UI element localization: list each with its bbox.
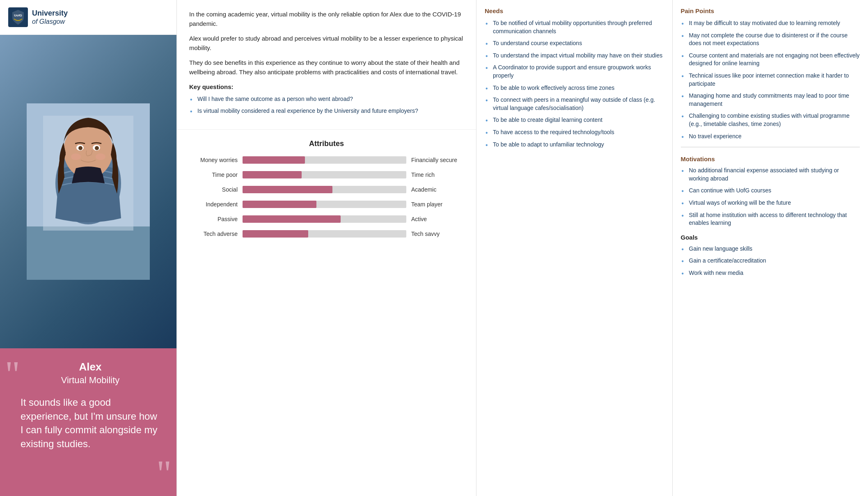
needs-list: To be notified of virtual mobility oppor… [485, 19, 664, 149]
list-item: Virtual ways of working will be the futu… [681, 199, 860, 207]
motivations-title: Motivations [681, 155, 860, 162]
key-questions-title: Key questions: [189, 82, 464, 92]
svg-text:UofG: UofG [14, 14, 22, 17]
list-item: To be able to create digital learning co… [485, 116, 664, 124]
attr-left-label: Tech adverse [189, 231, 243, 237]
attribute-row: Tech adverseTech savvy [189, 230, 464, 238]
university-label: University [32, 9, 68, 18]
goals-title: Goals [681, 234, 860, 241]
svg-point-12 [71, 153, 81, 160]
university-shield-icon: UofG [8, 7, 28, 27]
persona-photo [0, 35, 176, 348]
motivations-goals: Motivations No additional financial expe… [681, 155, 860, 277]
list-item: Gain new language skills [681, 245, 860, 253]
list-item: Still at home institution with access to… [681, 211, 860, 227]
attr-bar-container [243, 171, 406, 178]
list-item: To be notified of virtual mobility oppor… [485, 19, 664, 35]
middle-panel: In the coming academic year, virtual mob… [176, 0, 476, 496]
attr-bar-container [243, 186, 406, 193]
quote-panel: " Alex Virtual Mobility It sounds like a… [0, 348, 176, 496]
attr-right-label: Time rich [406, 171, 464, 178]
attr-left-label: Independent [189, 201, 243, 208]
list-item: To have access to the required technolog… [485, 128, 664, 137]
attr-right-label: Academic [406, 186, 464, 193]
attr-right-label: Team player [406, 201, 464, 208]
list-item: To connect with peers in a meaningful wa… [485, 96, 664, 112]
logo-text: University of Glasgow [32, 9, 68, 26]
attr-bar-container [243, 201, 406, 208]
list-item: Course content and materials are not eng… [681, 52, 860, 68]
list-item: To be able to work effectively across ti… [485, 84, 664, 92]
list-item: Will I have the same outcome as a person… [189, 95, 464, 103]
attr-right-label: Financially secure [406, 157, 464, 163]
pain-points-title: Pain Points [681, 7, 860, 14]
list-item: To be able to adapt to unfamiliar techno… [485, 141, 664, 149]
needs-column: Needs To be notified of virtual mobility… [476, 0, 673, 496]
key-questions: Key questions: Will I have the same outc… [189, 82, 464, 115]
svg-rect-3 [27, 226, 150, 280]
attribute-row: IndependentTeam player [189, 201, 464, 208]
list-item: Gain a certificate/accreditation [681, 257, 860, 265]
description-area: In the coming academic year, virtual mob… [177, 0, 476, 130]
list-item: Technical issues like poor internet conn… [681, 72, 860, 88]
logo-bar: UofG University of Glasgow [0, 0, 176, 35]
list-item: May not complete the course due to disin… [681, 32, 860, 48]
attr-bar-fill [243, 230, 308, 238]
attr-left-label: Social [189, 186, 243, 193]
attr-bar-fill [243, 156, 305, 164]
attr-left-label: Passive [189, 216, 243, 222]
right-panel: Needs To be notified of virtual mobility… [476, 0, 868, 496]
attribute-row: Time poorTime rich [189, 171, 464, 178]
list-item: No travel experience [681, 133, 860, 141]
list-item: It may be difficult to stay motivated du… [681, 19, 860, 27]
quote-text: It sounds like a good experience, but I'… [21, 395, 160, 450]
list-item: Challenging to combine existing studies … [681, 112, 860, 128]
description-para3: They do see benefits in this experience … [189, 58, 464, 77]
attributes-rows: Money worriesFinancially secureTime poor… [189, 156, 464, 238]
persona-type: Virtual Mobility [21, 375, 160, 386]
list-item: No additional financial expense associat… [681, 167, 860, 183]
glasgow-label: of Glasgow [32, 18, 68, 25]
attr-bar-fill [243, 215, 341, 223]
list-item: Work with new media [681, 269, 860, 277]
photo-placeholder [0, 35, 176, 348]
open-quote-icon: " [5, 360, 20, 389]
svg-point-11 [95, 146, 99, 150]
attr-left-label: Money worries [189, 157, 243, 163]
list-item: To understand the impact virtual mobilit… [485, 52, 664, 60]
motivations-list: No additional financial expense associat… [681, 167, 860, 227]
attr-bar-container [243, 215, 406, 223]
pain-points-list: It may be difficult to stay motivated du… [681, 19, 860, 140]
attribute-row: PassiveActive [189, 215, 464, 223]
attr-right-label: Tech savvy [406, 231, 464, 237]
person-silhouette [27, 103, 150, 280]
description-para1: In the coming academic year, virtual mob… [189, 10, 464, 28]
svg-point-13 [96, 153, 105, 160]
attributes-title: Attributes [189, 139, 464, 148]
attr-right-label: Active [406, 216, 464, 222]
left-panel: UofG University of Glasgow [0, 0, 176, 496]
list-item: Can continue with UofG courses [681, 187, 860, 195]
attributes-area: Attributes Money worriesFinancially secu… [177, 130, 476, 496]
attr-bar-fill [243, 201, 316, 208]
attr-bar-fill [243, 171, 302, 178]
persona-name: Alex [21, 361, 160, 373]
divider [681, 147, 860, 147]
needs-title: Needs [485, 7, 664, 14]
list-item: Managing home and study commitments may … [681, 92, 860, 108]
list-item: To understand course expectations [485, 39, 664, 48]
attr-bar-fill [243, 186, 332, 193]
pain-column: Pain Points It may be difficult to stay … [673, 0, 868, 496]
key-questions-list: Will I have the same outcome as a person… [189, 95, 464, 115]
close-quote-icon: " [156, 459, 172, 489]
attr-left-label: Time poor [189, 171, 243, 178]
attribute-row: Money worriesFinancially secure [189, 156, 464, 164]
description-para2: Alex would prefer to study abroad and pe… [189, 34, 464, 53]
list-item: Is virtual mobility considered a real ex… [189, 107, 464, 115]
goals-list: Gain new language skillsGain a certifica… [681, 245, 860, 277]
svg-point-10 [78, 146, 82, 150]
list-item: A Coordinator to provide support and ens… [485, 64, 664, 80]
attr-bar-container [243, 156, 406, 164]
attr-bar-container [243, 230, 406, 238]
attribute-row: SocialAcademic [189, 186, 464, 193]
